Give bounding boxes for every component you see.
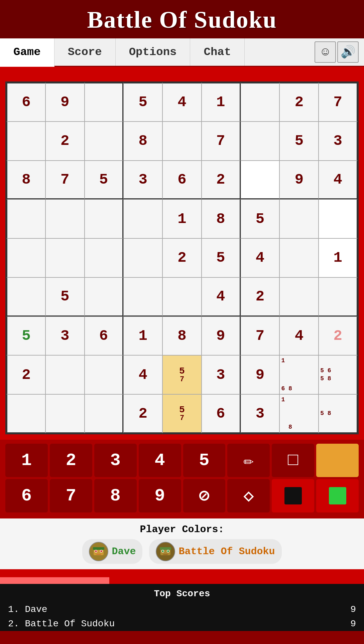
cell-7-2[interactable] — [85, 355, 124, 394]
cell-2-2[interactable]: 5 — [85, 161, 124, 200]
cell-1-8[interactable]: 3 — [319, 122, 358, 161]
numpad-8[interactable]: 8 — [94, 479, 137, 512]
numpad-2[interactable]: 2 — [50, 444, 92, 477]
cell-3-8[interactable] — [319, 199, 358, 238]
cell-1-7[interactable]: 5 — [279, 122, 319, 161]
numpad-square[interactable]: □ — [272, 444, 314, 477]
numpad-1[interactable]: 1 — [5, 444, 48, 477]
numpad-pencil[interactable]: ✏ — [227, 444, 270, 477]
cell-1-0[interactable] — [6, 122, 45, 161]
cell-4-6[interactable]: 4 — [241, 238, 280, 277]
cell-3-4[interactable]: 1 — [162, 199, 202, 238]
cell-1-1[interactable]: 2 — [45, 122, 85, 161]
numpad-green[interactable] — [316, 479, 359, 512]
cell-8-6[interactable]: 3 — [241, 394, 280, 433]
cell-6-0[interactable]: 5 — [6, 316, 45, 356]
cell-2-1[interactable]: 7 — [45, 161, 85, 200]
cell-5-4[interactable] — [162, 277, 202, 316]
numpad-orange[interactable] — [316, 444, 359, 477]
cell-3-5[interactable]: 8 — [202, 199, 241, 238]
cell-6-2[interactable]: 6 — [85, 316, 124, 356]
numpad-4[interactable]: 4 — [139, 444, 181, 477]
cell-5-5[interactable]: 4 — [202, 277, 241, 316]
cell-6-1[interactable]: 3 — [45, 316, 85, 356]
cell-0-3[interactable]: 5 — [123, 82, 162, 122]
numpad-3[interactable]: 3 — [94, 444, 137, 477]
cell-7-4[interactable]: 57 — [162, 355, 202, 394]
cell-8-7[interactable]: 1 8 — [279, 394, 319, 433]
cell-4-3[interactable] — [123, 238, 162, 277]
cell-0-2[interactable] — [85, 82, 124, 122]
cell-4-2[interactable] — [85, 238, 124, 277]
cell-0-1[interactable]: 9 — [45, 82, 85, 122]
cell-2-3[interactable]: 3 — [123, 161, 162, 200]
cell-2-8[interactable]: 4 — [319, 161, 358, 200]
cell-5-6[interactable]: 2 — [241, 277, 280, 316]
cell-8-1[interactable] — [45, 394, 85, 433]
cell-0-0[interactable]: 6 — [6, 82, 45, 122]
cell-0-8[interactable]: 7 — [319, 82, 358, 122]
cell-5-7[interactable] — [279, 277, 319, 316]
cell-4-4[interactable]: 2 — [162, 238, 202, 277]
cell-5-1[interactable]: 5 — [45, 277, 85, 316]
cell-6-7[interactable]: 4 — [279, 316, 319, 356]
numpad-black[interactable] — [272, 479, 314, 512]
cell-3-1[interactable] — [45, 199, 85, 238]
cell-8-4[interactable]: 57 — [162, 394, 202, 433]
cell-4-1[interactable] — [45, 238, 85, 277]
cell-2-6[interactable] — [241, 161, 280, 200]
numpad-6[interactable]: 6 — [5, 479, 48, 512]
cell-6-4[interactable]: 8 — [162, 316, 202, 356]
cell-2-0[interactable]: 8 — [6, 161, 45, 200]
tab-score[interactable]: Score — [54, 38, 116, 66]
cell-5-3[interactable] — [123, 277, 162, 316]
cell-3-7[interactable] — [279, 199, 319, 238]
tab-options[interactable]: Options — [116, 38, 191, 66]
cell-0-7[interactable]: 2 — [279, 82, 319, 122]
numpad-9[interactable]: 9 — [139, 479, 181, 512]
cell-7-1[interactable] — [45, 355, 85, 394]
cell-6-3[interactable]: 1 — [123, 316, 162, 356]
cell-1-3[interactable]: 8 — [123, 122, 162, 161]
cell-7-7[interactable]: 16 8 — [279, 355, 319, 394]
cell-0-6[interactable] — [241, 82, 280, 122]
sudoku-grid[interactable]: 6 9 5 4 1 2 7 2 8 7 5 3 8 7 5 3 6 2 9 4 … — [5, 81, 359, 434]
cell-5-8[interactable] — [319, 277, 358, 316]
cell-4-8[interactable]: 1 — [319, 238, 358, 277]
cell-0-5[interactable]: 1 — [202, 82, 241, 122]
cell-8-2[interactable] — [85, 394, 124, 433]
cell-6-8[interactable]: 2 — [319, 316, 358, 356]
cell-4-0[interactable] — [6, 238, 45, 277]
cell-7-6[interactable]: 9 — [241, 355, 280, 394]
cell-7-8[interactable]: 5 65 8 — [319, 355, 358, 394]
cell-8-8[interactable]: 5 8 — [319, 394, 358, 433]
tab-chat[interactable]: Chat — [190, 38, 245, 66]
cell-5-0[interactable] — [6, 277, 45, 316]
cell-2-4[interactable]: 6 — [162, 161, 202, 200]
cell-4-5[interactable]: 5 — [202, 238, 241, 277]
emoji-button[interactable]: ☺ — [315, 41, 336, 63]
cell-0-4[interactable]: 4 — [162, 82, 202, 122]
numpad-erase[interactable]: ⊘ — [183, 479, 226, 512]
cell-1-6[interactable] — [241, 122, 280, 161]
cell-8-3[interactable]: 2 — [123, 394, 162, 433]
cell-7-0[interactable]: 2 — [6, 355, 45, 394]
cell-1-4[interactable] — [162, 122, 202, 161]
cell-6-5[interactable]: 9 — [202, 316, 241, 356]
cell-8-0[interactable] — [6, 394, 45, 433]
cell-7-3[interactable]: 4 — [123, 355, 162, 394]
cell-4-7[interactable] — [279, 238, 319, 277]
cell-3-0[interactable] — [6, 199, 45, 238]
cell-3-6[interactable]: 5 — [241, 199, 280, 238]
cell-7-5[interactable]: 3 — [202, 355, 241, 394]
cell-3-3[interactable] — [123, 199, 162, 238]
numpad-5[interactable]: 5 — [183, 444, 226, 477]
numpad-fill[interactable]: ◇ — [227, 479, 270, 512]
cell-6-6[interactable]: 7 — [241, 316, 280, 356]
tab-game[interactable]: Game — [0, 38, 54, 67]
sound-button[interactable]: 🔊 — [337, 41, 359, 63]
numpad-7[interactable]: 7 — [50, 479, 92, 512]
cell-2-5[interactable]: 2 — [202, 161, 241, 200]
cell-1-2[interactable] — [85, 122, 124, 161]
cell-2-7[interactable]: 9 — [279, 161, 319, 200]
